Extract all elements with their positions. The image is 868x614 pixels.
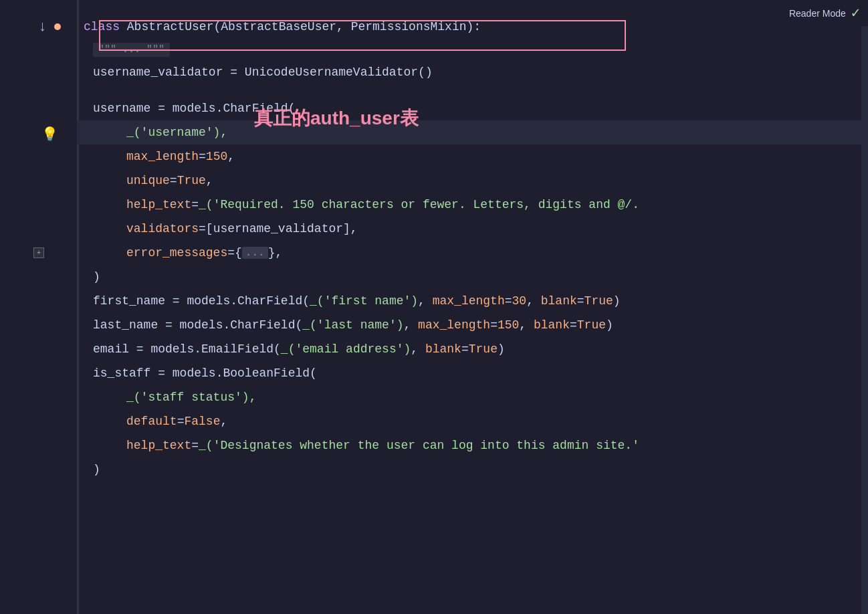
- gutter-10: [0, 217, 77, 241]
- reader-mode-label: Reader Mode: [789, 8, 846, 19]
- email-string: _('email address'): [281, 342, 411, 356]
- code-line-15: email = models.EmailField(_('email addre…: [77, 337, 868, 361]
- validators-attr: validators: [126, 222, 199, 235]
- bulb-icon[interactable]: 💡: [41, 126, 55, 139]
- first-name-field: first_name = models.CharField(: [93, 294, 310, 308]
- code-line-19: help_text=_('Designates whether the user…: [77, 433, 868, 457]
- code-line-13: first_name = models.CharField(_('first n…: [77, 289, 868, 313]
- help-text-value: _('Required. 150 characters or fewer. Le…: [199, 198, 639, 211]
- code-line-7: max_length=150,: [77, 144, 868, 169]
- gutter-9: [0, 193, 77, 217]
- gutter-20: [0, 457, 77, 482]
- gutter-8: [0, 169, 77, 193]
- username-field-text: username = models.CharField(: [93, 102, 295, 115]
- code-line-14: last_name = models.CharField(_('last nam…: [77, 313, 868, 337]
- email-field: email = models.EmailField(: [93, 342, 281, 356]
- scrollbar[interactable]: [861, 0, 868, 614]
- editor-container: Reader Mode ✓ 真正的auth_user表 ↓ class Abst…: [0, 0, 868, 614]
- gutter-blank: [0, 84, 77, 96]
- max-length-value: 150: [206, 150, 227, 163]
- code-line-blank: [77, 84, 868, 96]
- class-name-text: AbstractUser(AbstractBaseUser, Permissio…: [127, 20, 481, 33]
- first-name-string: _('first name'): [310, 294, 418, 308]
- staff-status-string: _('staff status'),: [126, 391, 256, 404]
- gutter-5: [0, 96, 77, 120]
- error-messages-attr: error_messages: [126, 246, 227, 260]
- last-name-maxlen: max_length: [418, 318, 490, 332]
- reader-mode-icon: ✓: [851, 4, 860, 22]
- true-value: True: [177, 174, 206, 187]
- code-line-2: """ ... """: [77, 39, 868, 60]
- gutter-7: [0, 144, 77, 169]
- gutter-3: [0, 60, 77, 84]
- fold-arrow-icon[interactable]: ↓: [38, 20, 51, 33]
- gutter-1: ↓: [0, 15, 77, 39]
- fold-dot-icon: [54, 23, 61, 30]
- code-line-16: is_staff = models.BooleanField(: [77, 361, 868, 385]
- fold-button-11[interactable]: +: [33, 247, 44, 258]
- code-line-5: username = models.CharField(: [77, 96, 868, 120]
- close-paren-2: ): [93, 463, 100, 476]
- equals: =: [199, 150, 206, 163]
- code-line-9: help_text=_('Required. 150 characters or…: [77, 193, 868, 217]
- close-paren-1: ): [93, 270, 100, 284]
- gutter-2: [0, 39, 77, 60]
- gutter-16: [0, 361, 77, 385]
- gutter-14: [0, 313, 77, 337]
- last-name-field: last_name = models.CharField(: [93, 318, 302, 332]
- username-validator-text: username_validator = UnicodeUsernameVali…: [93, 66, 433, 79]
- keyword-class: class: [84, 20, 127, 33]
- code-line-1: ↓ class AbstractUser(AbstractBaseUser, P…: [77, 15, 868, 39]
- username-string: _('username'),: [126, 126, 227, 139]
- gutter-6: 💡: [0, 120, 77, 144]
- unique-attr: unique: [126, 174, 170, 187]
- help-text-staff-attr: help_text: [126, 439, 191, 452]
- error-messages-ellipsis: ...: [242, 247, 268, 259]
- code-area: ↓ class AbstractUser(AbstractBaseUser, P…: [0, 0, 868, 614]
- gutter-11: +: [0, 241, 77, 265]
- code-line-10: validators=[username_validator],: [77, 217, 868, 241]
- code-line-17: _('staff status'),: [77, 385, 868, 409]
- gutter-13: [0, 289, 77, 313]
- comma: ,: [227, 150, 235, 163]
- gutter-19: [0, 433, 77, 457]
- code-line-18: default=False,: [77, 409, 868, 433]
- help-text-staff-value: _('Designates whether the user can log i…: [199, 439, 639, 452]
- is-staff-field: is_staff = models.BooleanField(: [93, 367, 317, 380]
- code-line-3: username_validator = UnicodeUsernameVali…: [77, 60, 868, 84]
- gutter-12: [0, 265, 77, 289]
- code-line-20: ): [77, 457, 868, 482]
- code-line-12: ): [77, 265, 868, 289]
- ellipsis-comment: """ ... """: [93, 43, 170, 57]
- gutter-15: [0, 337, 77, 361]
- gutter-18: [0, 409, 77, 433]
- gutter-17: [0, 385, 77, 409]
- help-text-attr: help_text: [126, 198, 191, 211]
- code-line-6: 💡 _('username'),: [77, 120, 868, 144]
- default-attr: default: [126, 415, 177, 428]
- first-name-maxlen: max_length: [433, 294, 505, 308]
- last-name-string: _('last name'): [302, 318, 403, 332]
- false-value: False: [184, 415, 220, 428]
- max-length-attr: max_length: [126, 150, 199, 163]
- code-line-8: unique=True,: [77, 169, 868, 193]
- top-bar: Reader Mode ✓: [781, 0, 868, 26]
- code-line-11: + error_messages={...},: [77, 241, 868, 265]
